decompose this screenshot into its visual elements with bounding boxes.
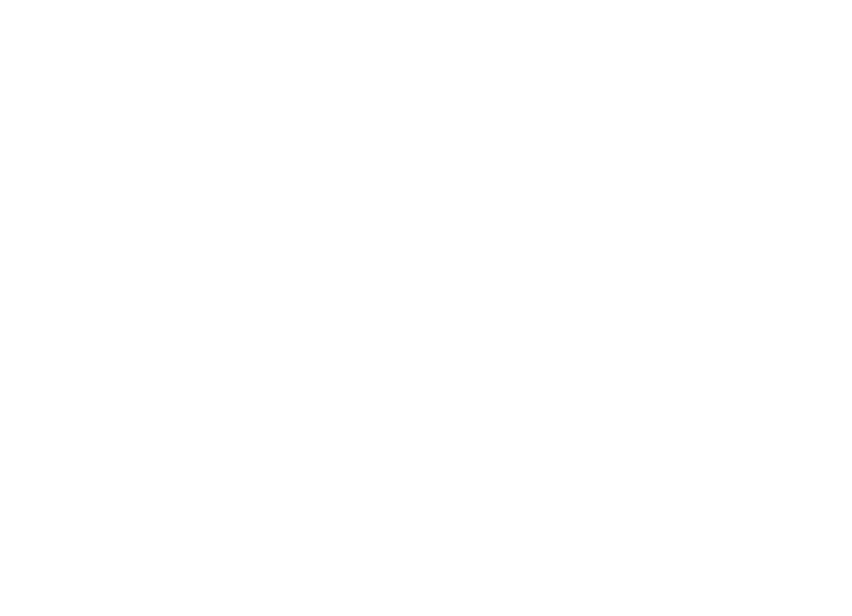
bump-chart [0,0,852,616]
